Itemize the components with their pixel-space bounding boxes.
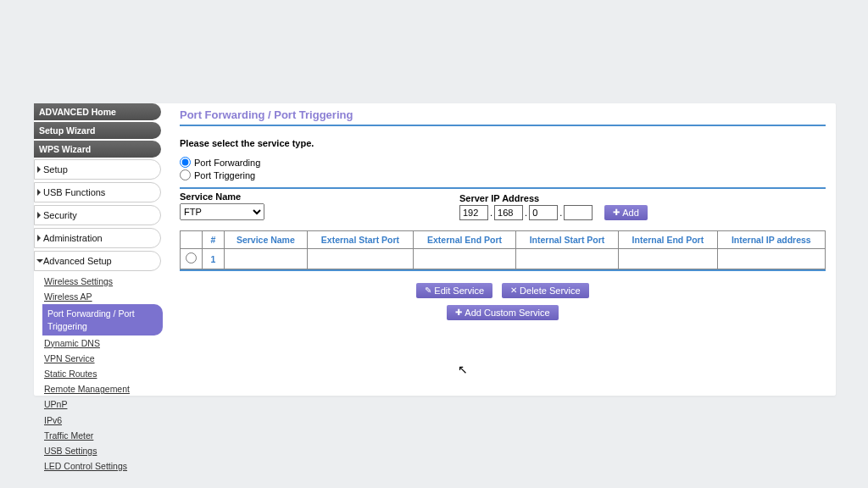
th-int-end: Internal End Port [619, 231, 717, 249]
th-int-start: Internal Start Port [515, 231, 618, 249]
sidebar-item-static-routes[interactable]: Static Routes [42, 366, 158, 381]
sidebar-section-setup[interactable]: Setup [34, 159, 161, 180]
sidebar-section-usb-functions[interactable]: USB Functions [34, 182, 161, 202]
sidebar-item-remote-management[interactable]: Remote Management [42, 381, 158, 396]
cursor-icon: ↖ [458, 363, 468, 376]
delete-service-button[interactable]: ✕ Delete Service [502, 283, 589, 298]
plus-icon: ✚ [455, 308, 462, 317]
cell-ext-end [414, 249, 516, 269]
sidebar-item-wireless-settings[interactable]: Wireless Settings [42, 274, 158, 289]
row-number: 1 [203, 249, 225, 269]
sidebar-item-dynamic-dns[interactable]: Dynamic DNS [42, 336, 158, 351]
cell-int-start [515, 249, 618, 269]
sidebar-section-administration[interactable]: Administration [34, 228, 161, 248]
service-name-label: Service Name [180, 191, 264, 202]
server-ip-label: Server IP Address [459, 193, 648, 203]
divider [180, 187, 826, 189]
radio-port-triggering[interactable] [180, 169, 191, 180]
sidebar-section-security[interactable]: Security [34, 205, 161, 225]
sidebar-section-advanced-setup[interactable]: Advanced Setup [34, 251, 161, 271]
radio-port-triggering-label: Port Triggering [194, 170, 255, 180]
sidebar-item-usb-settings[interactable]: USB Settings [42, 443, 158, 458]
cell-int-ip [717, 249, 825, 269]
radio-port-forwarding[interactable] [180, 157, 191, 168]
add-button-label: Add [622, 208, 639, 218]
sidebar-item-port-forwarding[interactable]: Port Forwarding / Port Triggering [42, 304, 163, 335]
sidebar-tab-advanced-home[interactable]: ADVANCED Home [34, 103, 161, 120]
sidebar-tab-wps-wizard[interactable]: WPS Wizard [34, 141, 161, 158]
plus-icon: ✚ [613, 208, 620, 217]
service-name-select[interactable]: FTP [180, 203, 264, 220]
th-int-ip: Internal IP address [717, 231, 825, 249]
add-custom-service-label: Add Custom Service [465, 308, 549, 318]
sidebar: ADVANCED Home Setup Wizard WPS Wizard Se… [34, 103, 161, 475]
sidebar-item-wireless-ap[interactable]: Wireless AP [42, 289, 158, 304]
ip-octet-1[interactable] [459, 205, 488, 220]
th-ext-end: External End Port [414, 231, 516, 249]
table-row: 1 [181, 249, 826, 269]
delete-service-label: Delete Service [520, 286, 581, 296]
ip-octet-4[interactable] [564, 205, 593, 220]
sidebar-sublist: Wireless Settings Wireless AP Port Forwa… [34, 274, 161, 475]
th-service-name: Service Name [225, 231, 308, 249]
cell-ext-start [307, 249, 414, 269]
sidebar-item-ipv6[interactable]: IPv6 [42, 413, 158, 428]
sidebar-item-upnp[interactable]: UPnP [42, 396, 158, 412]
page-title: Port Forwarding / Port Triggering [180, 108, 826, 126]
ip-octet-3[interactable] [529, 205, 558, 220]
pencil-icon: ✎ [425, 286, 431, 295]
sidebar-item-vpn-service[interactable]: VPN Service [42, 351, 158, 366]
sidebar-item-led-control[interactable]: LED Control Settings [42, 458, 158, 474]
ip-octet-2[interactable] [494, 205, 523, 220]
main-content: Port Forwarding / Port Triggering Please… [170, 103, 836, 329]
edit-service-button[interactable]: ✎ Edit Service [416, 283, 492, 298]
add-custom-service-button[interactable]: ✚ Add Custom Service [447, 305, 558, 320]
th-ext-start: External Start Port [307, 231, 414, 249]
th-select [181, 231, 203, 249]
x-icon: ✕ [510, 286, 517, 295]
radio-port-forwarding-label: Port Forwarding [194, 158, 260, 168]
edit-service-label: Edit Service [434, 286, 484, 296]
cell-service-name [225, 249, 308, 269]
service-table: # Service Name External Start Port Exter… [180, 230, 826, 269]
add-button[interactable]: ✚ Add [604, 205, 648, 220]
th-number: # [203, 231, 225, 249]
row-select-radio[interactable] [186, 252, 197, 263]
cell-int-end [619, 249, 717, 269]
sidebar-tab-setup-wizard[interactable]: Setup Wizard [34, 122, 161, 139]
instruction-text: Please select the service type. [180, 138, 826, 148]
divider [180, 269, 826, 271]
sidebar-item-traffic-meter[interactable]: Traffic Meter [42, 428, 158, 443]
